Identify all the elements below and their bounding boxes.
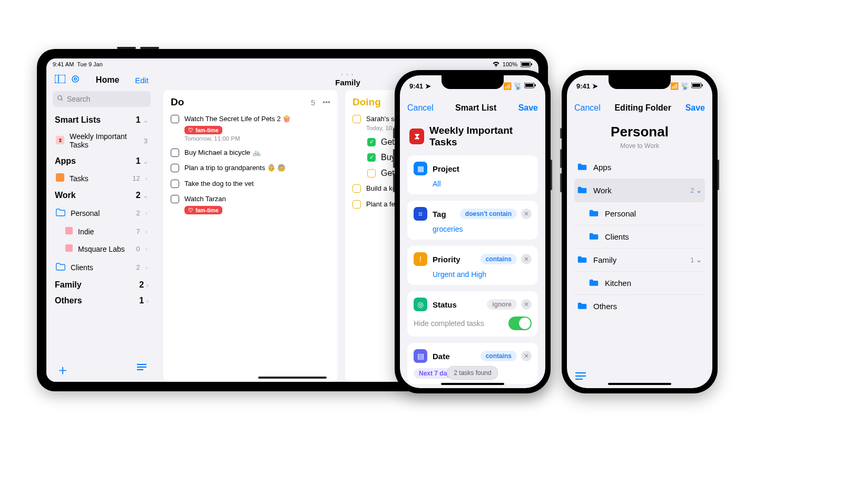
chevron-down-icon[interactable]: ⌄	[696, 186, 702, 194]
chevron-down-icon: ⌄	[143, 192, 149, 200]
chevron-right-icon: ›	[145, 245, 148, 253]
task-row[interactable]: Watch Tarzan ♡ fam-time	[171, 191, 330, 218]
home-indicator[interactable]	[441, 383, 504, 385]
task-row[interactable]: Watch The Secret Life of Pets 2 🍿 ♡ fam-…	[171, 111, 330, 145]
folder-row-others[interactable]: Others	[574, 295, 705, 318]
hourglass-icon: ⧗	[56, 136, 64, 146]
filter-card-priority[interactable]: ! Priority contains ✕ Urgent and High	[407, 246, 538, 285]
svg-rect-12	[65, 227, 73, 234]
chevron-right-icon: ›	[146, 281, 149, 289]
nav-title: Editing Folder	[601, 103, 685, 113]
home-indicator[interactable]	[258, 377, 327, 379]
save-button[interactable]: Save	[518, 103, 538, 113]
hourglass-icon[interactable]: ⧗	[409, 129, 424, 144]
board-title: Family	[335, 78, 360, 87]
tag-icon: ⌗	[414, 207, 427, 221]
list-view-icon[interactable]	[574, 373, 587, 382]
add-button[interactable]: ＋	[56, 363, 70, 377]
column-more-icon[interactable]: •••	[322, 98, 330, 106]
edit-button[interactable]: Edit	[135, 76, 149, 85]
sidebar-item-weekly-important[interactable]: ⧗ Weekly Important Tasks 3	[51, 128, 153, 153]
folder-row-kitchen[interactable]: Kitchen	[574, 272, 705, 295]
search-input[interactable]: Search	[53, 91, 151, 107]
notch	[442, 75, 504, 89]
signal-icon: 📶	[670, 82, 679, 90]
checkbox[interactable]	[171, 149, 179, 157]
folder-row-work[interactable]: Work 2 ⌄	[574, 179, 705, 202]
chevron-right-icon: ›	[145, 228, 148, 235]
checkbox-checked[interactable]	[367, 138, 376, 146]
sidebar-item-personal[interactable]: Personal 2 ›	[51, 203, 153, 223]
checkbox[interactable]	[367, 169, 376, 177]
checkbox[interactable]	[171, 195, 179, 203]
sidebar-item-indie[interactable]: Indie 7 ›	[51, 223, 153, 240]
wifi-icon	[493, 62, 499, 67]
checkbox[interactable]	[352, 115, 361, 123]
clear-icon[interactable]: ✕	[521, 299, 532, 310]
task-row[interactable]: Plan a trip to grandparents 👵 🧓	[171, 160, 330, 176]
battery-icon	[521, 62, 532, 67]
drag-handle-icon[interactable]: • • •	[341, 72, 354, 77]
filter-card-tag[interactable]: ⌗ Tag doesn't contain ✕ groceries	[407, 201, 538, 240]
checkbox[interactable]	[171, 180, 179, 188]
tag-pill[interactable]: ♡ fam-time	[184, 206, 222, 214]
checkbox[interactable]	[352, 184, 361, 193]
folder-row-family[interactable]: Family 1 ⌄	[574, 249, 705, 272]
cancel-button[interactable]: Cancel	[407, 103, 434, 113]
chevron-down-icon: ⌄	[143, 157, 149, 165]
sidebar-item-msquare[interactable]: Msquare Labs 0 ›	[51, 240, 153, 258]
svg-rect-18	[525, 84, 533, 87]
chevron-right-icon: ›	[145, 209, 148, 217]
section-work[interactable]: Work 2 ⌄	[51, 187, 153, 203]
section-smart-lists[interactable]: Smart Lists 1 ⌄	[51, 112, 153, 128]
nav-bar: Cancel Editing Folder Save	[567, 96, 712, 120]
folder-row-apps[interactable]: Apps	[574, 156, 705, 179]
folder-icon	[589, 278, 599, 289]
svg-line-8	[61, 99, 63, 101]
clear-icon[interactable]: ✕	[521, 254, 532, 264]
toggle-hide-completed[interactable]	[508, 317, 532, 330]
folder-icon	[589, 231, 599, 242]
checkbox[interactable]	[352, 200, 361, 209]
checkbox[interactable]	[171, 164, 179, 172]
folder-row-personal[interactable]: Personal	[574, 202, 705, 225]
sidebar-toggle-icon[interactable]	[55, 75, 65, 85]
ipad-status-bar: 9:41 AM Tue 9 Jan 100%	[46, 58, 538, 70]
checkbox[interactable]	[171, 115, 179, 123]
chevron-down-icon[interactable]: ⌄	[696, 256, 702, 264]
svg-rect-21	[692, 84, 700, 87]
search-placeholder: Search	[67, 95, 90, 103]
column-do: Do 5 ••• Watch The Secret Life of Pets 2…	[163, 90, 338, 382]
sidebar-item-clients[interactable]: Clients 2 ›	[51, 258, 153, 277]
svg-rect-2	[531, 63, 532, 65]
folder-name-title[interactable]: Personal	[574, 120, 705, 142]
folder-row-clients[interactable]: Clients	[574, 225, 705, 249]
chevron-down-icon: ⌄	[143, 116, 149, 124]
cancel-button[interactable]: Cancel	[574, 103, 601, 113]
iphone-editing-folder: 9:41 ➤ 📶 📡 Cancel Editing Folder Save Pe…	[562, 70, 718, 393]
move-to-hint: Move to Work	[574, 142, 705, 150]
clear-icon[interactable]: ✕	[521, 351, 532, 361]
section-others[interactable]: Others 1 ›	[51, 293, 153, 309]
tag-pill[interactable]: ♡ fam-time	[184, 126, 222, 134]
clear-icon[interactable]: ✕	[521, 209, 532, 219]
save-button[interactable]: Save	[685, 103, 705, 113]
settings-gear-icon[interactable]	[71, 74, 80, 86]
sidebar: Home Edit Search Smart Lists 1 ⌄	[46, 70, 157, 382]
search-icon	[57, 95, 64, 103]
task-row[interactable]: Take the dog to the vet	[171, 176, 330, 192]
smart-list-title: Weekly Important Tasks	[429, 125, 536, 148]
filter-card-status[interactable]: ◎ Status ignore ✕ Hide completed tasks	[407, 291, 538, 337]
filter-card-project[interactable]: ▦ Project All	[407, 155, 538, 194]
checkbox-checked[interactable]	[367, 153, 376, 162]
task-row[interactable]: Buy Michael a bicycle 🚲	[171, 145, 330, 161]
list-view-icon[interactable]	[136, 363, 148, 377]
svg-rect-1	[522, 63, 530, 66]
section-family[interactable]: Family 2 ›	[51, 277, 153, 293]
svg-rect-19	[535, 84, 536, 86]
sidebar-item-tasks[interactable]: Tasks 12 ›	[51, 169, 153, 187]
section-apps[interactable]: Apps 1 ⌄	[51, 153, 153, 169]
folder-icon	[577, 254, 587, 265]
status-icon: ◎	[414, 298, 427, 311]
home-indicator[interactable]	[608, 383, 671, 385]
